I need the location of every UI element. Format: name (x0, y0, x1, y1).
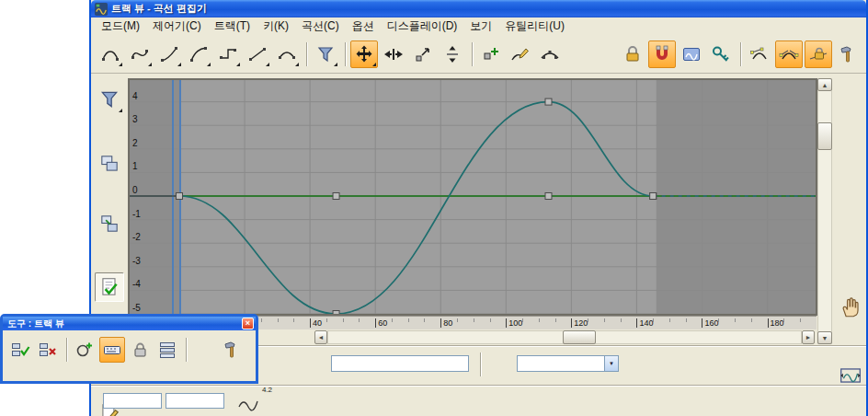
ruler-tick-minor (424, 318, 425, 322)
track-sets-combo-arrow[interactable]: ▼ (604, 355, 619, 372)
ruler-tick-minor (604, 318, 605, 322)
add-keys-button[interactable] (477, 40, 505, 68)
ruler-tick-major (375, 318, 376, 328)
track-view-utilities-button[interactable] (834, 40, 862, 68)
key[interactable] (545, 98, 552, 105)
pan-hand-icon (839, 295, 862, 319)
left-filters-button[interactable] (95, 85, 124, 114)
filters-button[interactable] (312, 40, 339, 68)
out-of-range-right (657, 79, 817, 315)
key-value-field[interactable] (166, 393, 224, 409)
keyboard-override-button[interactable] (99, 337, 125, 363)
v-scroll-down-button[interactable]: ▼ (817, 331, 832, 344)
show-tangents-button[interactable] (746, 40, 773, 68)
ruler-tick-minor (293, 318, 294, 322)
palette-utilities-button[interactable] (219, 337, 245, 363)
set-tangents-to-auto-button[interactable] (97, 40, 124, 68)
curve-graph[interactable]: 43210-1-2-3-4-5 (129, 79, 817, 315)
toolbar-separator (472, 42, 474, 66)
dropdown-arrow-icon (207, 63, 211, 66)
ruler-tick-major (636, 318, 637, 328)
scale-keys-button[interactable] (409, 40, 437, 68)
step-tangent-icon (218, 44, 238, 64)
parameter-curve-out-of-range-button[interactable] (678, 40, 705, 68)
set-tangents-to-smooth-button[interactable] (273, 40, 301, 68)
key[interactable] (333, 193, 339, 200)
lock-keys-button[interactable] (127, 337, 153, 363)
ruler-tick-minor (326, 318, 327, 322)
set-tangents-to-slow-button[interactable] (185, 40, 212, 68)
menu-curves[interactable]: 곡선(C) (295, 17, 346, 35)
set-tangents-to-custom-button[interactable] (126, 40, 154, 68)
show-all-tangents-icon (779, 44, 799, 64)
v-scroll-up-button[interactable]: ▲ (817, 78, 832, 91)
y-axis-label: 2 (132, 138, 138, 148)
track-delete-button[interactable] (35, 337, 61, 363)
copy-track-button[interactable] (95, 149, 124, 179)
h-scroll-right-button[interactable]: ► (802, 330, 815, 344)
track-check-button[interactable] (7, 337, 33, 363)
scale-values-icon (442, 44, 463, 64)
menu-mode[interactable]: 모드(M) (95, 17, 146, 35)
ruler-tick-minor (457, 318, 458, 322)
track-name-input[interactable] (331, 355, 469, 372)
v-scroll-track[interactable] (817, 78, 832, 344)
toolbar-separator (345, 42, 347, 66)
key[interactable] (177, 193, 183, 200)
track-sets-combo-input[interactable] (517, 355, 605, 372)
small-lock-icon (130, 340, 150, 360)
dropdown-arrow-icon (334, 63, 337, 66)
menu-controller[interactable]: 제어기(C) (146, 17, 208, 35)
move-keys-button[interactable] (350, 40, 378, 68)
h-scroll-left-button[interactable]: ◄ (314, 330, 327, 344)
lock-tangents-icon (808, 44, 828, 64)
record-button[interactable] (72, 337, 97, 363)
menu-key[interactable]: 키(K) (257, 17, 295, 35)
slide-keys-button[interactable] (380, 40, 407, 68)
scale-values-button[interactable] (439, 40, 466, 68)
key-stats-curve-icon (237, 393, 265, 411)
pan-button[interactable] (836, 293, 865, 322)
menu-display[interactable]: 디스플레이(D) (381, 17, 464, 35)
paste-track-button[interactable] (95, 209, 124, 238)
draw-curves-icon (510, 44, 531, 64)
key[interactable] (650, 193, 657, 200)
key[interactable] (545, 193, 552, 200)
ruler-tick-minor (588, 318, 588, 322)
menu-track[interactable]: 트랙(T) (208, 17, 257, 35)
reduce-keys-button[interactable] (536, 40, 564, 68)
title-bar[interactable]: 트랙 뷰 - 곡선 편집기 (91, 0, 866, 17)
y-axis-label: -1 (132, 209, 141, 219)
show-all-tangents-button[interactable] (775, 40, 803, 68)
edit-keys-mode-button[interactable] (95, 272, 124, 302)
palette-title-bar[interactable]: 도구 : 트랙 뷰 × (3, 317, 256, 330)
set-tangents-to-fast-button[interactable] (155, 40, 183, 68)
v-scroll-thumb[interactable] (817, 122, 832, 150)
close-button[interactable]: × (242, 318, 254, 329)
key-icon (711, 44, 731, 64)
ruler-tick-major (571, 318, 572, 328)
lock-tangents-button[interactable] (805, 40, 832, 68)
set-tangents-to-step-button[interactable] (214, 40, 242, 68)
key-stats-button[interactable]: 4.2 (237, 386, 274, 413)
show-keyable-icons-button[interactable] (707, 40, 735, 68)
time-ruler-label: 40 (313, 318, 322, 328)
snap-frames-button[interactable] (648, 40, 676, 68)
y-axis-label: 1 (132, 161, 138, 171)
curve-graph-area[interactable]: 43210-1-2-3-4-5 (128, 78, 817, 316)
hammer-icon (838, 44, 858, 64)
menu-utilities[interactable]: 유틸리티(U) (498, 17, 571, 35)
dropdown-arrow-icon (148, 63, 152, 66)
track-list-icon (157, 340, 177, 360)
dropdown-arrow-icon (236, 63, 240, 66)
menu-view[interactable]: 보기 (463, 17, 498, 35)
copy-track-icon (98, 153, 120, 175)
lock-selection-button[interactable] (619, 40, 646, 68)
set-tangents-to-linear-button[interactable] (244, 40, 271, 68)
menu-options[interactable]: 옵션 (346, 17, 381, 35)
draw-curves-button[interactable] (507, 40, 534, 68)
track-delete-icon (38, 340, 58, 360)
key-time-field[interactable] (103, 393, 162, 409)
h-scroll-thumb[interactable] (563, 330, 596, 344)
track-list-button[interactable] (154, 337, 180, 363)
